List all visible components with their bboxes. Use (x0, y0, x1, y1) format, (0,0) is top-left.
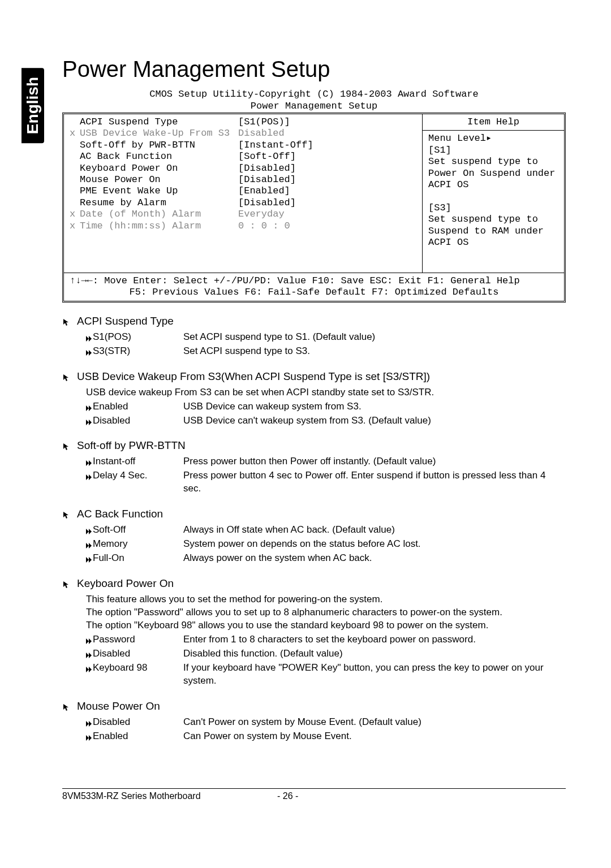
bios-box: ACPI Suspend Type[S1(POS)]xUSB Device Wa… (62, 113, 566, 303)
bios-row-value: [Disabled] (238, 174, 296, 185)
svg-marker-24 (89, 638, 92, 644)
svg-marker-1 (86, 336, 89, 342)
section-preline: The option "Keyboard 98" allows you to u… (86, 619, 566, 632)
svg-marker-6 (86, 405, 89, 411)
bios-row-value: [S1(POS)] (238, 116, 290, 128)
option-row: S1(POS)Set ACPI suspend type to S1. (Def… (86, 331, 566, 344)
forward-icon (86, 732, 93, 739)
bios-row: Soft-Off by PWR-BTTN[Instant-Off] (70, 140, 416, 151)
option-row: Soft-OffAlways in Off state when AC back… (86, 524, 566, 537)
option-desc: Always in Off state when AC back. (Defau… (183, 524, 566, 537)
bios-help-line (428, 191, 558, 202)
option-label: Keyboard 98 (93, 662, 183, 688)
bios-help-line: Power On Suspend under (428, 168, 558, 179)
option-row: MemorySystem power on depends on the sta… (86, 538, 566, 551)
option-label: Enabled (93, 730, 183, 743)
svg-marker-14 (89, 474, 92, 480)
bios-row-label: Time (hh:mm:ss) Alarm (80, 221, 238, 232)
bios-row-value: 0 : 0 : 0 (238, 221, 290, 232)
bios-row: xUSB Device Wake-Up From S3Disabled (70, 128, 416, 139)
forward-icon (86, 472, 93, 478)
bios-row-value: Everyday (238, 209, 285, 220)
option-desc: Press power button 4 sec to Power off. E… (183, 469, 566, 495)
bios-row: PME Event Wake Up[Enabled] (70, 185, 416, 197)
svg-marker-27 (86, 667, 89, 672)
bios-row-marker (70, 185, 80, 197)
pointer-icon (62, 579, 70, 587)
option-desc: Always power on the system when AC back. (183, 552, 566, 565)
bios-row-value: [Disabled] (238, 163, 296, 174)
option-label: Delay 4 Sec. (93, 469, 183, 495)
option-row: Delay 4 Sec.Press power button 4 sec to … (86, 469, 566, 495)
bios-row-marker (70, 197, 80, 209)
svg-marker-3 (86, 350, 89, 356)
svg-marker-8 (86, 420, 89, 425)
pointer-icon (62, 441, 70, 449)
option-desc: Disabled this function. (Default value) (183, 647, 566, 660)
bios-row-label: ACPI Suspend Type (80, 116, 238, 128)
section-heading: AC Back Function (62, 508, 566, 520)
forward-icon (86, 526, 93, 533)
section-preline: The option "Password" allows you to set … (86, 606, 566, 619)
option-label: Disabled (93, 647, 183, 660)
section-body: This feature allows you to set the metho… (86, 593, 566, 688)
bios-row: xDate (of Month) AlarmEveryday (70, 209, 416, 220)
svg-marker-28 (89, 667, 92, 672)
svg-marker-9 (89, 420, 92, 425)
bios-row-marker: x (70, 221, 80, 232)
bios-footer-line2: F5: Previous Values F6: Fail-Safe Defaul… (70, 287, 558, 298)
svg-marker-31 (89, 721, 92, 727)
option-desc: Set ACPI suspend type to S1. (Default va… (183, 331, 566, 344)
option-row: DisabledCan't Power on system by Mouse E… (86, 716, 566, 729)
footer-product: 8VM533M-RZ Series Motherboard (62, 791, 277, 801)
svg-marker-20 (86, 557, 89, 563)
bios-row-marker: x (70, 209, 80, 220)
forward-icon (86, 457, 93, 464)
forward-icon (86, 664, 93, 671)
bios-row-value: [Soft-Off] (238, 151, 296, 162)
svg-marker-22 (63, 581, 68, 588)
option-label: Soft-Off (93, 524, 183, 537)
bios-row-marker: x (70, 128, 80, 139)
bios-row-value: [Enabled] (238, 185, 290, 197)
bios-help-line: [S3] (428, 202, 558, 214)
section-heading: ACPI Suspend Type (62, 315, 566, 327)
forward-icon (86, 403, 93, 409)
bios-main-panel: ACPI Suspend Type[S1(POS)]xUSB Device Wa… (64, 114, 423, 273)
bios-row: Resume by Alarm[Disabled] (70, 197, 416, 209)
bios-row-label: Date (of Month) Alarm (80, 209, 238, 220)
bios-help-line: Set suspend type to (428, 214, 558, 225)
svg-marker-32 (86, 735, 89, 741)
pointer-icon (62, 317, 70, 325)
option-row: Keyboard 98If your keyboard have "POWER … (86, 662, 566, 688)
option-label: Password (93, 633, 183, 646)
bios-row-label: AC Back Function (80, 151, 238, 162)
option-desc: System power on depends on the status be… (183, 538, 566, 551)
bios-help-line: [S1] (428, 145, 558, 156)
svg-marker-26 (89, 653, 92, 658)
page-title: Power Management Setup (62, 57, 566, 82)
option-row: EnabledCan Power on system by Mouse Even… (86, 730, 566, 743)
forward-icon (86, 636, 93, 642)
option-desc: Can't Power on system by Mouse Event. (D… (183, 716, 566, 729)
option-row: DisabledUSB Device can't wakeup system f… (86, 414, 566, 427)
bios-help-body: Menu Level▸[S1]Set suspend type toPower … (428, 133, 558, 248)
pointer-icon (62, 372, 70, 380)
section-body: USB device wakeup From S3 can be set whe… (86, 386, 566, 427)
section-heading-text: ACPI Suspend Type (77, 315, 174, 327)
option-label: Instant-off (93, 455, 183, 468)
bios-row-marker (70, 140, 80, 151)
svg-marker-4 (89, 350, 92, 356)
option-row: DisabledDisabled this function. (Default… (86, 647, 566, 660)
option-label: Disabled (93, 716, 183, 729)
section-body: S1(POS)Set ACPI suspend type to S1. (Def… (86, 331, 566, 358)
bios-row-marker (70, 163, 80, 174)
option-row: Full-OnAlways power on the system when A… (86, 552, 566, 565)
forward-icon (86, 333, 93, 340)
svg-marker-5 (63, 374, 68, 381)
bios-row-label: USB Device Wake-Up From S3 (80, 128, 238, 139)
section-heading-text: AC Back Function (77, 508, 163, 520)
bios-copyright: CMOS Setup Utility-Copyright (C) 1984-20… (62, 89, 566, 100)
sections-container: ACPI Suspend TypeS1(POS)Set ACPI suspend… (62, 315, 566, 743)
svg-marker-18 (86, 543, 89, 549)
